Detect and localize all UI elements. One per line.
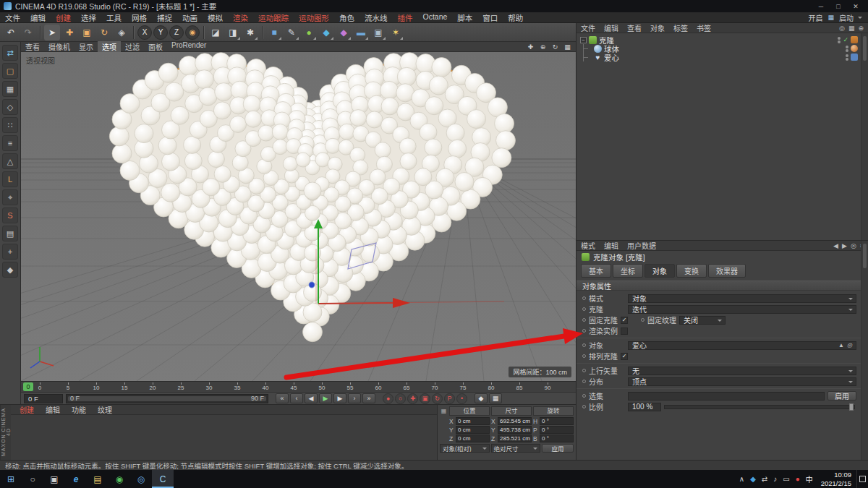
add-subdivision-icon[interactable]: ● bbox=[301, 25, 317, 40]
defender-icon[interactable]: ◆ bbox=[750, 475, 756, 483]
固定纹理-dropdown[interactable]: 关闭 bbox=[679, 316, 726, 325]
viewport-menu-面板[interactable]: 面板 bbox=[144, 41, 167, 52]
om-search-icon[interactable]: ◎ bbox=[839, 25, 845, 32]
modeling-axis-icon[interactable]: + bbox=[2, 244, 18, 260]
menu-编辑[interactable]: 编辑 bbox=[25, 12, 51, 23]
object-manager-menu-编辑[interactable]: 编辑 bbox=[600, 22, 623, 33]
tab-对象[interactable]: 对象 bbox=[644, 264, 675, 278]
wechat[interactable]: ◉ bbox=[109, 470, 130, 488]
object-manager-menu-查看[interactable]: 查看 bbox=[623, 22, 646, 33]
固定克隆-checkbox[interactable]: ✓ bbox=[621, 317, 628, 324]
material-menu-纹理[interactable]: 纹理 bbox=[92, 404, 118, 415]
edges-mode-icon[interactable]: ≡ bbox=[2, 135, 18, 151]
undo-icon[interactable]: ↶ bbox=[3, 25, 19, 40]
pick-object-icon[interactable]: ▲ bbox=[838, 342, 844, 348]
zoom-view-icon[interactable]: ⊕ bbox=[538, 43, 548, 51]
ruler-tick-90[interactable]: 90 bbox=[542, 382, 553, 391]
enable-snap-icon[interactable]: S bbox=[2, 207, 18, 223]
menu-运动跟踪[interactable]: 运动跟踪 bbox=[253, 12, 294, 23]
menu-创建[interactable]: 创建 bbox=[51, 12, 76, 23]
timeline-options-button[interactable]: ▦ bbox=[489, 393, 502, 403]
add-light-icon[interactable]: ✶ bbox=[388, 25, 404, 40]
render-picture-viewer-icon[interactable]: ◨ bbox=[225, 25, 241, 40]
排列克隆-checkbox[interactable]: ✓ bbox=[621, 353, 628, 360]
expand-toggle[interactable]: − bbox=[580, 37, 587, 43]
ruler-tick-80[interactable]: 80 bbox=[485, 382, 497, 391]
viewport-menu-过滤[interactable]: 过滤 bbox=[121, 41, 144, 52]
record-rotation-button[interactable]: ↻ bbox=[432, 393, 443, 404]
tray-expand-icon[interactable]: ∧ bbox=[739, 475, 744, 483]
menu-网格[interactable]: 网格 bbox=[127, 12, 152, 23]
rotate-tool-icon[interactable]: ↻ bbox=[96, 25, 112, 40]
object-row-球体[interactable]: 球体 bbox=[576, 44, 868, 53]
coord-位置-Z-field[interactable]: 0 cm bbox=[456, 435, 490, 442]
attribute-menu-用户数据[interactable]: 用户数据 bbox=[623, 240, 660, 251]
ruler-tick-15[interactable]: 15 bbox=[119, 382, 130, 391]
notification-center-button[interactable] bbox=[856, 470, 868, 488]
object-manager-menu-对象[interactable]: 对象 bbox=[646, 22, 669, 33]
选集-field[interactable] bbox=[628, 392, 825, 401]
add-deformer-icon[interactable]: ◆ bbox=[336, 25, 352, 40]
make-editable-icon[interactable]: ⇄ bbox=[2, 45, 18, 61]
viewport-menu-摄像机[interactable]: 摄像机 bbox=[44, 41, 75, 52]
object-manager-menu-标签[interactable]: 标签 bbox=[669, 22, 692, 33]
对象-link-field[interactable]: 爱心▲◎ bbox=[628, 341, 856, 350]
search-button[interactable]: ○ bbox=[22, 470, 43, 488]
menu-渲染[interactable]: 渲染 bbox=[228, 12, 253, 23]
enable-button[interactable]: 启用 bbox=[827, 391, 856, 401]
next-frame-button[interactable]: ▶ bbox=[333, 393, 346, 403]
menu-脚本[interactable]: 脚本 bbox=[452, 12, 477, 23]
update-icon[interactable]: ● bbox=[796, 475, 800, 483]
goto-start-button[interactable]: « bbox=[276, 393, 289, 403]
克隆-dropdown[interactable]: 迭代 bbox=[628, 305, 856, 314]
perspective-viewport[interactable]: 透视视图 网格间距：100 cm bbox=[21, 52, 576, 381]
current-frame-field[interactable]: 0 F bbox=[24, 394, 63, 403]
add-scene-object-icon[interactable]: ▬ bbox=[353, 25, 369, 40]
比例-value-field[interactable]: 100 % bbox=[628, 403, 661, 411]
ruler-tick-70[interactable]: 70 bbox=[429, 382, 441, 391]
tab-基本[interactable]: 基本 bbox=[581, 264, 611, 278]
anim-dot-icon[interactable] bbox=[582, 394, 586, 398]
anim-dot-icon[interactable] bbox=[582, 307, 586, 311]
model-mode-icon[interactable]: ▢ bbox=[2, 63, 18, 79]
mograph-tag-icon[interactable] bbox=[851, 36, 858, 43]
viewport-filter-icon[interactable]: ◆ bbox=[2, 262, 18, 278]
material-menu-功能[interactable]: 功能 bbox=[66, 404, 92, 415]
anim-dot-icon[interactable] bbox=[641, 318, 644, 322]
ruler-tick-10[interactable]: 10 bbox=[90, 382, 102, 391]
渲染实例-checkbox[interactable] bbox=[621, 328, 628, 335]
am-forward-icon[interactable]: ▶ bbox=[842, 242, 847, 249]
material-menu-创建[interactable]: 创建 bbox=[14, 404, 40, 415]
anim-dot-icon[interactable] bbox=[582, 369, 586, 372]
ime-icon[interactable]: 中 bbox=[806, 474, 813, 484]
keyframe-selection-button[interactable]: ◆ bbox=[475, 393, 488, 403]
coord-尺寸-Z-field[interactable]: 285.521 cm bbox=[498, 435, 532, 442]
minimize-button[interactable]: ─ bbox=[812, 3, 830, 10]
menu-流水线[interactable]: 流水线 bbox=[359, 12, 393, 23]
ruler-tick-85[interactable]: 85 bbox=[514, 382, 525, 391]
om-filter-icon[interactable]: ▦ bbox=[848, 25, 855, 32]
ruler-tick-35[interactable]: 35 bbox=[231, 382, 243, 391]
am-find-icon[interactable]: ◎ bbox=[851, 242, 856, 249]
上行矢量-dropdown[interactable]: 无 bbox=[628, 367, 856, 375]
render-settings-icon[interactable]: ✱ bbox=[242, 25, 258, 40]
usb-icon[interactable]: ⇄ bbox=[762, 475, 767, 483]
visibility-toggles[interactable] bbox=[846, 46, 848, 52]
task-view-button[interactable]: ▣ bbox=[43, 470, 65, 488]
axis-center-icon[interactable]: ⌖ bbox=[2, 189, 18, 205]
toggle-views-icon[interactable]: ▦ bbox=[563, 43, 572, 51]
coord-位置-X-field[interactable]: 0 cm bbox=[456, 417, 490, 425]
record-position-button[interactable]: ✚ bbox=[407, 393, 418, 404]
target-icon[interactable]: ◎ bbox=[847, 342, 852, 348]
add-camera-icon[interactable]: ▣ bbox=[370, 25, 386, 40]
coord-旋转-H-field[interactable]: 0 ° bbox=[540, 417, 574, 425]
ruler-tick-0[interactable]: 0 bbox=[34, 382, 46, 391]
scale-tool-icon[interactable]: ▣ bbox=[79, 25, 95, 40]
anim-dot-icon[interactable] bbox=[582, 405, 586, 408]
tab-效果器[interactable]: 效果器 bbox=[708, 264, 746, 278]
goto-end-button[interactable]: » bbox=[362, 393, 375, 403]
record-keyframe-button[interactable]: ● bbox=[383, 393, 393, 404]
ruler-tick-5[interactable]: 5 bbox=[62, 382, 74, 391]
timeline-ruler[interactable]: 0 051015202530354045505560657075808590 bbox=[21, 381, 576, 392]
anim-dot-icon[interactable] bbox=[582, 329, 586, 333]
